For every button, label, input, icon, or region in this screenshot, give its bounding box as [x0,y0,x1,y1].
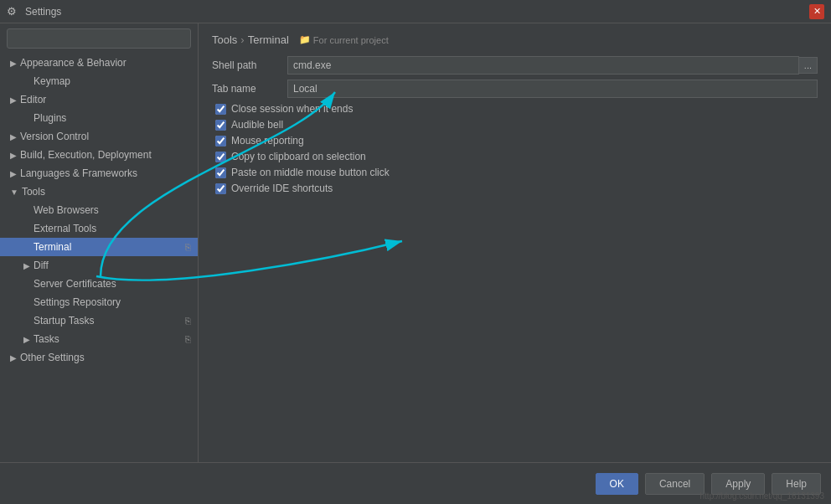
sidebar-item-label-diff: Diff [34,260,49,271]
search-input[interactable] [7,28,191,49]
sidebar-item-label-appearance: Appearance & Behavior [20,57,126,69]
checkbox-label-override-ide: Override IDE shortcuts [231,183,333,194]
sidebar-item-diff[interactable]: ▶Diff [0,256,198,275]
shell-path-row: Shell path ... [212,56,818,75]
sidebar-item-tools[interactable]: ▼Tools [0,183,198,201]
sidebar-item-label-tasks: Tasks [34,333,59,345]
content-area: Tools › Terminal 📁 For current project S… [199,23,831,462]
sidebar-item-external-tools[interactable]: External Tools [0,219,198,238]
close-button[interactable]: ✕ [809,4,824,19]
breadcrumb-terminal: Terminal [248,33,289,46]
arrow-icon-version-control: ▶ [10,132,17,141]
sidebar-item-plugins[interactable]: Plugins [0,109,198,127]
breadcrumb-sep1: › [240,33,244,46]
arrow-icon-tools: ▼ [10,188,18,197]
sidebar-item-label-startup-tasks: Startup Tasks [34,315,94,327]
sidebar-item-startup-tasks[interactable]: Startup Tasks⎘ [0,311,198,330]
title-bar: ⚙ Settings ✕ [0,0,831,23]
sidebar-item-terminal[interactable]: Terminal⎘ [0,238,198,256]
checkboxes-list: Close session when it endsAudible bellMo… [212,103,818,194]
sidebar-item-appearance[interactable]: ▶Appearance & Behavior [0,54,198,72]
checkbox-row-copy-clipboard: Copy to clipboard on selection [212,151,818,162]
checkbox-label-copy-clipboard: Copy to clipboard on selection [231,151,366,162]
sidebar-item-label-version-control: Version Control [20,131,89,142]
checkbox-row-close-session: Close session when it ends [212,103,818,115]
sidebar-item-label-keymap: Keymap [34,75,70,87]
breadcrumb: Tools › Terminal 📁 For current project [212,33,818,46]
sidebar-item-label-languages: Languages & Frameworks [20,167,137,179]
tab-name-input[interactable] [287,80,818,98]
sidebar-item-label-build: Build, Execution, Deployment [20,149,152,161]
sidebar-item-editor[interactable]: ▶Editor [0,90,198,109]
sidebar-item-build[interactable]: ▶Build, Execution, Deployment [0,146,198,164]
arrow-icon-editor: ▶ [10,95,17,105]
checkbox-copy-clipboard[interactable] [215,152,226,162]
checkbox-label-close-session: Close session when it ends [231,103,353,115]
shell-path-browse-button[interactable]: ... [799,57,818,74]
sidebar-item-tasks[interactable]: ▶Tasks⎘ [0,330,198,348]
sidebar-item-label-external-tools: External Tools [34,223,96,234]
checkbox-row-mouse-reporting: Mouse reporting [212,135,818,147]
checkbox-label-paste-middle: Paste on middle mouse button click [231,167,390,178]
sidebar-item-label-tools: Tools [22,186,45,198]
sidebar-item-icon-right-startup-tasks: ⎘ [185,316,191,326]
ok-button[interactable]: OK [596,473,638,495]
checkbox-paste-middle[interactable] [215,167,226,178]
sidebar-item-label-other-settings: Other Settings [20,352,85,363]
tab-name-row: Tab name [212,80,818,98]
arrow-icon-diff: ▶ [23,261,30,270]
checkbox-audible-bell[interactable] [215,120,226,131]
watermark: http://blog.csdn.net/qq_16131393 [700,491,824,501]
sidebar-item-server-certs[interactable]: Server Certificates [0,275,198,293]
sidebar-item-label-editor: Editor [20,94,46,105]
shell-path-input[interactable] [287,56,799,75]
arrow-icon-tasks: ▶ [23,335,30,344]
sidebar-item-settings-repo[interactable]: Settings Repository [0,293,198,311]
arrow-icon-build: ▶ [10,151,17,160]
sidebar-item-web-browsers[interactable]: Web Browsers [0,201,198,219]
checkbox-label-audible-bell: Audible bell [231,119,283,131]
window-title: Settings [25,6,809,18]
checkbox-row-override-ide: Override IDE shortcuts [212,183,818,194]
shell-path-label: Shell path [212,59,287,71]
sidebar-item-label-server-certs: Server Certificates [34,278,116,290]
main-layout: ▶Appearance & BehaviorKeymap▶EditorPlugi… [0,23,831,462]
app-icon: ⚙ [7,5,20,18]
breadcrumb-tools: Tools [212,33,237,46]
checkbox-override-ide[interactable] [215,183,226,194]
checkbox-close-session[interactable] [215,104,226,115]
checkbox-mouse-reporting[interactable] [215,136,226,147]
sidebar-item-languages[interactable]: ▶Languages & Frameworks [0,164,198,183]
arrow-icon-languages: ▶ [10,169,17,178]
sidebar-item-icon-right-terminal: ⎘ [185,242,191,252]
arrow-icon-other-settings: ▶ [10,353,17,363]
sidebar: ▶Appearance & BehaviorKeymap▶EditorPlugi… [0,23,199,462]
sidebar-list: ▶Appearance & BehaviorKeymap▶EditorPlugi… [0,54,198,367]
cancel-button[interactable]: Cancel [645,473,705,495]
arrow-icon-appearance: ▶ [10,59,17,68]
checkbox-label-mouse-reporting: Mouse reporting [231,135,304,147]
tab-name-label: Tab name [212,83,287,95]
sidebar-item-label-terminal: Terminal [34,241,71,253]
checkbox-row-paste-middle: Paste on middle mouse button click [212,167,818,178]
project-icon: 📁 [299,34,311,45]
for-project: 📁 For current project [299,34,389,45]
sidebar-item-label-plugins: Plugins [34,112,66,124]
checkbox-row-audible-bell: Audible bell [212,119,818,131]
sidebar-item-other-settings[interactable]: ▶Other Settings [0,348,198,367]
sidebar-item-label-settings-repo: Settings Repository [34,296,121,308]
sidebar-item-icon-right-tasks: ⎘ [185,334,191,344]
for-project-label: For current project [313,35,389,45]
sidebar-item-version-control[interactable]: ▶Version Control [0,127,198,146]
sidebar-item-label-web-browsers: Web Browsers [34,204,99,216]
sidebar-item-keymap[interactable]: Keymap [0,72,198,90]
